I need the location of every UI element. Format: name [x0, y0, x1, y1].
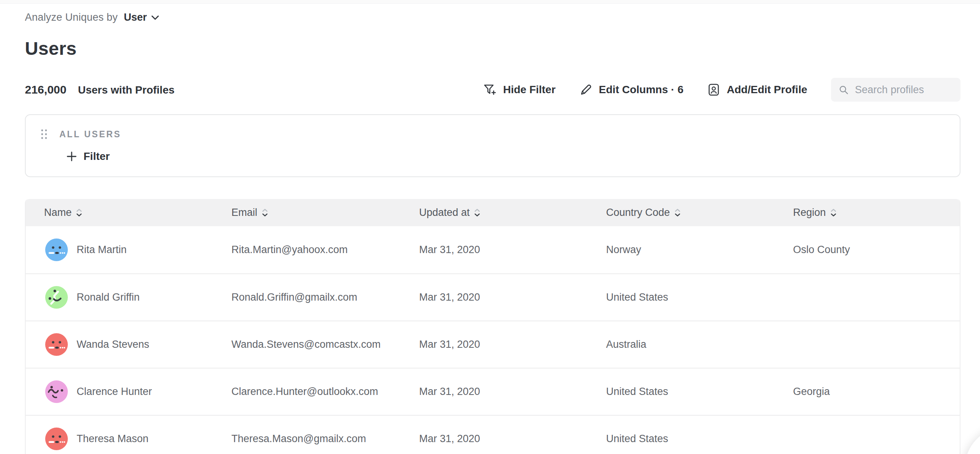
profile-card-icon — [707, 83, 720, 97]
column-header-label: Updated at — [419, 207, 470, 219]
search-icon — [839, 84, 849, 96]
cell-name: Rita Martin — [26, 239, 213, 261]
plus-icon — [66, 151, 77, 162]
filter-funnel-icon — [483, 83, 497, 96]
page-title: Users — [25, 38, 960, 59]
analyze-uniques-row: Analyze Uniques by User — [25, 12, 960, 23]
user-name: Rita Martin — [77, 244, 127, 256]
cell-region: Oslo County — [775, 244, 960, 256]
cell-country-code: United States — [588, 386, 775, 398]
cell-email: Clarence.Hunter@outlookx.com — [213, 386, 401, 398]
cell-name: Wanda Stevens — [26, 333, 213, 356]
analyze-by-dropdown[interactable]: User — [124, 12, 159, 23]
avatar — [45, 428, 68, 450]
column-header[interactable]: Email — [213, 207, 401, 219]
table-row[interactable]: Theresa Mason Theresa.Mason@gmailx.com M… — [26, 415, 960, 454]
avatar-face-neutral — [45, 428, 68, 450]
cell-country-code: Australia — [588, 339, 775, 350]
cell-country-code: United States — [588, 433, 775, 445]
profile-count-label: Users with Profiles — [78, 84, 174, 96]
column-header[interactable]: Updated at — [401, 207, 588, 219]
cell-updated-at: Mar 31, 2020 — [401, 433, 588, 445]
column-header-label: Email — [231, 207, 257, 219]
avatar — [45, 239, 68, 261]
toolbar: Hide Filter Edit Columns · 6 Add/Edit Pr… — [483, 78, 960, 102]
sort-icon — [831, 209, 836, 217]
add-filter-button[interactable]: Filter — [66, 150, 110, 163]
filter-card: ALL USERS Filter — [25, 114, 960, 177]
avatar-face-neutral — [45, 333, 68, 356]
column-header[interactable]: Country Code — [588, 207, 775, 219]
drag-handle-icon[interactable] — [40, 128, 49, 141]
cell-updated-at: Mar 31, 2020 — [401, 244, 588, 256]
search-profiles-input[interactable] — [855, 84, 953, 96]
column-header[interactable]: Name — [26, 207, 213, 219]
pencil-icon — [579, 83, 592, 96]
table-header: Name Email Updated at Country Code Regio… — [26, 199, 960, 226]
avatar — [45, 380, 68, 403]
analyze-by-value: User — [124, 12, 147, 23]
hide-filter-label: Hide Filter — [503, 84, 556, 96]
stats-toolbar-row: 216,000 Users with Profiles Hide Filter … — [25, 77, 960, 102]
avatar — [45, 286, 68, 309]
cell-updated-at: Mar 31, 2020 — [401, 386, 588, 398]
cell-name: Theresa Mason — [26, 428, 213, 450]
cell-updated-at: Mar 31, 2020 — [401, 339, 588, 350]
column-header-label: Region — [793, 207, 826, 219]
add-edit-profile-button[interactable]: Add/Edit Profile — [707, 83, 807, 97]
users-page: Analyze Uniques by User Users 216,000 Us… — [0, 12, 980, 454]
profile-count: 216,000 Users with Profiles — [25, 83, 175, 96]
profile-count-value: 216,000 — [25, 83, 66, 96]
sort-icon — [76, 209, 82, 217]
user-name: Wanda Stevens — [77, 339, 149, 350]
chevron-down-icon — [151, 15, 159, 20]
add-edit-profile-label: Add/Edit Profile — [727, 84, 807, 96]
filter-group-label: ALL USERS — [59, 129, 121, 140]
cell-country-code: United States — [588, 291, 775, 303]
search-profiles-box[interactable] — [831, 78, 960, 102]
user-name: Clarence Hunter — [77, 386, 152, 398]
cell-email: Ronald.Griffin@gmailx.com — [213, 291, 401, 303]
cell-name: Ronald Griffin — [26, 286, 213, 309]
table-row[interactable]: Rita Martin Rita.Martin@yahoox.com Mar 3… — [26, 226, 960, 273]
cell-email: Wanda.Stevens@comcastx.com — [213, 339, 401, 350]
column-header[interactable]: Region — [775, 207, 960, 219]
table-row[interactable]: Clarence Hunter Clarence.Hunter@outlookx… — [26, 368, 960, 415]
sort-icon — [675, 209, 680, 217]
analyze-uniques-label: Analyze Uniques by — [25, 12, 118, 23]
avatar — [45, 333, 68, 356]
sort-icon — [474, 209, 480, 217]
table-body: Rita Martin Rita.Martin@yahoox.com Mar 3… — [26, 226, 960, 454]
cell-region: Georgia — [775, 386, 960, 398]
top-edge-bar — [0, 0, 980, 4]
cell-email: Theresa.Mason@gmailx.com — [213, 433, 401, 445]
cell-country-code: Norway — [588, 244, 775, 256]
add-filter-label: Filter — [84, 150, 110, 163]
user-name: Theresa Mason — [77, 433, 149, 445]
edit-columns-label: Edit Columns · 6 — [599, 84, 683, 96]
edit-columns-button[interactable]: Edit Columns · 6 — [579, 83, 683, 96]
sort-icon — [262, 209, 268, 217]
column-header-label: Name — [44, 207, 72, 219]
column-header-label: Country Code — [606, 207, 670, 219]
hide-filter-button[interactable]: Hide Filter — [483, 83, 556, 96]
avatar-face-smile — [45, 286, 68, 309]
table-row[interactable]: Ronald Griffin Ronald.Griffin@gmailx.com… — [26, 273, 960, 321]
cell-updated-at: Mar 31, 2020 — [401, 291, 588, 303]
user-name: Ronald Griffin — [77, 291, 140, 303]
users-table: Name Email Updated at Country Code Regio… — [25, 199, 960, 454]
cell-name: Clarence Hunter — [26, 380, 213, 403]
avatar-face-neutral — [45, 239, 68, 261]
avatar-face-squiggle — [45, 380, 68, 403]
filter-group-header: ALL USERS — [40, 127, 945, 142]
table-row[interactable]: Wanda Stevens Wanda.Stevens@comcastx.com… — [26, 321, 960, 368]
cell-email: Rita.Martin@yahoox.com — [213, 244, 401, 256]
